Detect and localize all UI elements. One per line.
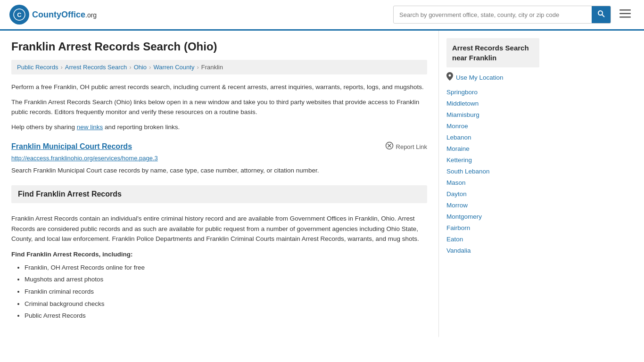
sidebar-item-lebanon: Lebanon [446,132,539,143]
record-url[interactable]: http://eaccess.franklinohio.org/eservice… [11,155,427,162]
list-item: Franklin, OH Arrest Records online for f… [25,262,427,274]
sidebar-item-eaton: Eaton [446,233,539,245]
logo-text: CountyOffice.org [32,10,97,20]
search-input[interactable] [394,8,592,22]
find-records-subtitle: Find Franklin Arrest Records, including: [11,251,427,258]
site-header: C CountyOffice.org [0,0,644,31]
svg-point-2 [598,11,603,15]
report-link-label: Report Link [396,143,427,150]
sidebar-item-springboro: Springboro [446,86,539,98]
description-1: Perform a free Franklin, OH public arres… [11,82,427,92]
find-records-description: Franklin Arrest Records contain an indiv… [11,214,427,244]
find-records-body: Franklin Arrest Records contain an indiv… [11,208,427,328]
sidebar-item-morrow: Morrow [446,199,539,211]
logo-icon: C [9,5,29,25]
find-records-list: Franklin, OH Arrest Records online for f… [11,262,427,322]
record-description: Search Franklin Municipal Court case rec… [11,165,427,176]
sidebar-title: Arrest Records Search near Franklin [446,38,539,67]
breadcrumb-ohio[interactable]: Ohio [134,64,147,71]
sidebar-item-dayton: Dayton [446,188,539,199]
svg-point-10 [449,74,451,77]
sidebar-item-vandalia: Vandalia [446,245,539,256]
breadcrumb-arrest-records-search[interactable]: Arrest Records Search [65,64,127,71]
search-bar [393,6,611,24]
record-link-header: Franklin Municipal Court Records Report … [11,141,427,152]
svg-line-3 [602,15,604,17]
use-my-location-label: Use My Location [456,74,504,81]
svg-text:C: C [17,11,22,18]
sidebar-item-moraine: Moraine [446,143,539,154]
new-links-link[interactable]: new links [77,123,103,131]
record-link-section: Franklin Municipal Court Records Report … [11,141,427,176]
menu-icon[interactable] [616,7,635,23]
find-records-title: Find Franklin Arrest Records [18,190,421,198]
breadcrumb: Public Records › Arrest Records Search ›… [11,60,427,74]
list-item: Franklin criminal records [25,286,427,298]
sidebar: Arrest Records Search near Franklin Use … [438,31,547,337]
report-icon [385,141,394,152]
breadcrumb-warren-county[interactable]: Warren County [153,64,194,71]
header-right [393,6,635,24]
page-container: Franklin Arrest Records Search (Ohio) Pu… [0,31,644,337]
svg-rect-6 [619,16,631,18]
list-item: Criminal background checks [25,298,427,310]
sidebar-item-mason: Mason [446,177,539,188]
sidebar-item-miamisburg: Miamisburg [446,109,539,120]
description-3: Help others by sharing new links and rep… [11,122,427,132]
description-2: The Franklin Arrest Records Search (Ohio… [11,97,427,117]
page-title: Franklin Arrest Records Search (Ohio) [11,40,427,53]
report-link-button[interactable]: Report Link [385,141,427,152]
find-records-header: Find Franklin Arrest Records [11,185,427,203]
breadcrumb-public-records[interactable]: Public Records [17,64,58,71]
sidebar-item-middletown: Middletown [446,98,539,109]
main-content: Franklin Arrest Records Search (Ohio) Pu… [0,31,438,337]
location-icon [446,72,453,82]
sidebar-item-south-lebanon: South Lebanon [446,165,539,177]
sidebar-item-fairborn: Fairborn [446,222,539,233]
franklin-municipal-court-link[interactable]: Franklin Municipal Court Records [11,142,132,151]
list-item: Mugshots and arrest photos [25,273,427,286]
logo-area: C CountyOffice.org [9,5,97,25]
svg-rect-4 [619,9,631,11]
search-button[interactable] [592,6,611,23]
sidebar-item-kettering: Kettering [446,154,539,165]
sidebar-item-montgomery: Montgomery [446,211,539,222]
breadcrumb-franklin: Franklin [201,64,223,71]
svg-rect-5 [619,13,631,15]
sidebar-item-monroe: Monroe [446,120,539,132]
sidebar-links: Springboro Middletown Miamisburg Monroe … [446,86,539,256]
list-item: Public Arrest Records [25,310,427,322]
use-my-location-button[interactable]: Use My Location [446,72,504,82]
